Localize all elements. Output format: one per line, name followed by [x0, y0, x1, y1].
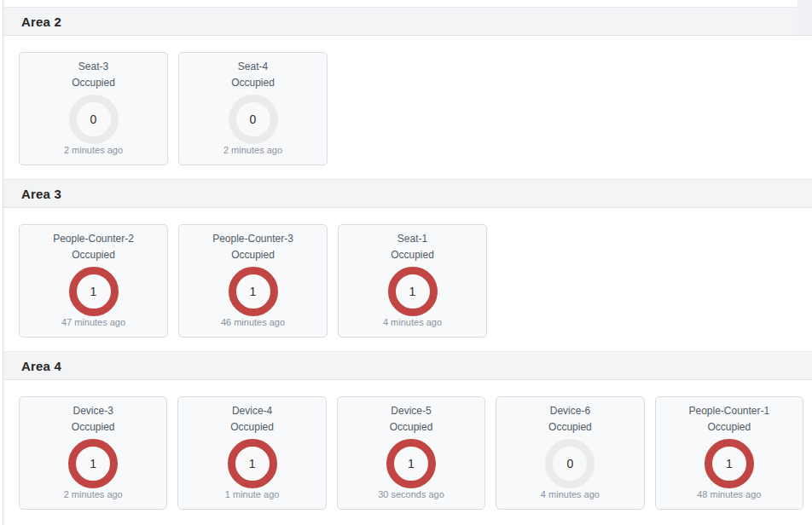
device-card[interactable]: People-Counter-3 Occupied 1 46 minutes a…: [178, 224, 328, 338]
card-row: People-Counter-2 Occupied 1 47 minutes a…: [3, 208, 812, 351]
device-card[interactable]: Device-6 Occupied 0 4 minutes ago: [496, 396, 644, 510]
state-label: Occupied: [707, 422, 751, 434]
card-row: Seat-3 Occupied 0 2 minutes ago Seat-4 O…: [3, 36, 812, 179]
occupancy-ring: 1: [69, 267, 119, 316]
device-card[interactable]: Device-5 Occupied 1 30 seconds ago: [337, 396, 485, 510]
last-update-time: 30 seconds ago: [378, 489, 444, 499]
state-label: Occupied: [231, 78, 275, 89]
occupancy-ring: 0: [69, 95, 119, 144]
occupancy-ring: 1: [68, 439, 118, 488]
last-update-time: 2 minutes ago: [64, 145, 123, 155]
device-name: People-Counter-2: [53, 234, 134, 245]
area-section: Area 4 Device-3 Occupied 1 2 minutes ago…: [3, 351, 812, 523]
last-update-time: 4 minutes ago: [541, 489, 600, 499]
state-label: Occupied: [72, 422, 115, 434]
occupancy-value: 0: [250, 112, 257, 126]
occupancy-ring: 0: [229, 95, 278, 144]
area-header: Area 3: [3, 179, 812, 208]
area-header: Area 2: [3, 7, 812, 36]
device-name: Device-4: [232, 406, 272, 418]
last-update-time: 2 minutes ago: [223, 145, 282, 155]
last-update-time: 47 minutes ago: [61, 317, 125, 327]
area-section: Area 3 People-Counter-2 Occupied 1 47 mi…: [3, 179, 812, 351]
device-card[interactable]: People-Counter-1 Occupied 1 48 minutes a…: [655, 396, 803, 510]
state-label: Occupied: [231, 250, 275, 262]
state-label: Occupied: [548, 422, 592, 434]
device-card[interactable]: Device-4 Occupied 1 1 minute ago: [177, 396, 326, 510]
last-update-time: 1 minute ago: [225, 489, 280, 499]
state-label: Occupied: [390, 422, 433, 434]
device-card[interactable]: Seat-4 Occupied 0 2 minutes ago: [178, 52, 328, 165]
occupancy-ring: 1: [388, 267, 438, 316]
occupancy-ring: 1: [229, 267, 278, 316]
area-title: Area 3: [21, 187, 61, 201]
device-name: Seat-3: [78, 61, 108, 73]
area-header: Area 4: [3, 351, 812, 380]
device-name: Device-3: [73, 406, 113, 418]
device-card[interactable]: People-Counter-2 Occupied 1 47 minutes a…: [19, 224, 168, 338]
occupancy-value: 1: [726, 457, 733, 470]
device-name: People-Counter-3: [212, 234, 293, 245]
card-row: Device-3 Occupied 1 2 minutes ago Device…: [3, 380, 812, 523]
device-card[interactable]: Seat-1 Occupied 1 4 minutes ago: [338, 224, 487, 338]
area-section: Area 2 Seat-3 Occupied 0 2 minutes ago S…: [3, 7, 812, 179]
areas-container: Area 2 Seat-3 Occupied 0 2 minutes ago S…: [3, 0, 812, 523]
occupancy-value: 1: [250, 285, 257, 298]
occupancy-value: 1: [409, 285, 416, 298]
device-name: Seat-1: [397, 234, 427, 245]
occupancy-value: 1: [249, 457, 256, 470]
device-name: People-Counter-1: [688, 406, 769, 418]
area-title: Area 2: [21, 14, 61, 29]
last-update-time: 2 minutes ago: [64, 489, 123, 499]
device-name: Seat-4: [238, 61, 268, 73]
device-name: Device-5: [391, 406, 431, 418]
state-label: Occupied: [72, 78, 115, 89]
occupancy-value: 1: [90, 285, 97, 298]
occupancy-ring: 0: [545, 439, 594, 488]
device-card[interactable]: Device-3 Occupied 1 2 minutes ago: [19, 396, 167, 510]
state-label: Occupied: [391, 250, 434, 262]
occupancy-ring: 1: [705, 439, 754, 488]
dashboard-page: Area 2 Seat-3 Occupied 0 2 minutes ago S…: [3, 0, 812, 525]
state-label: Occupied: [72, 250, 115, 262]
area-title: Area 4: [21, 359, 61, 373]
state-label: Occupied: [230, 422, 274, 434]
last-update-time: 48 minutes ago: [697, 489, 761, 499]
device-card[interactable]: Seat-3 Occupied 0 2 minutes ago: [19, 52, 168, 165]
occupancy-value: 1: [90, 457, 96, 470]
occupancy-value: 1: [408, 457, 415, 470]
scrollbar-thumb[interactable]: [798, 0, 812, 36]
last-update-time: 4 minutes ago: [383, 317, 442, 327]
last-update-time: 46 minutes ago: [221, 317, 285, 327]
occupancy-ring: 1: [386, 439, 436, 488]
device-name: Device-6: [550, 406, 590, 418]
occupancy-value: 0: [567, 457, 574, 470]
occupancy-ring: 1: [228, 439, 277, 488]
occupancy-value: 0: [90, 112, 97, 126]
